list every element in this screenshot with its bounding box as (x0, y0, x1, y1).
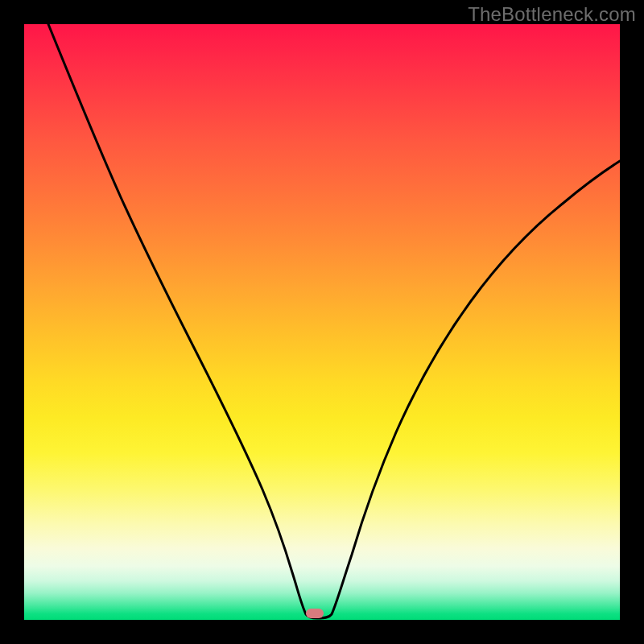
curve-svg (24, 24, 620, 620)
watermark-text: TheBottleneck.com (468, 3, 636, 26)
bottleneck-curve (48, 24, 620, 618)
minimum-marker (306, 609, 324, 618)
plot-area (24, 24, 620, 620)
